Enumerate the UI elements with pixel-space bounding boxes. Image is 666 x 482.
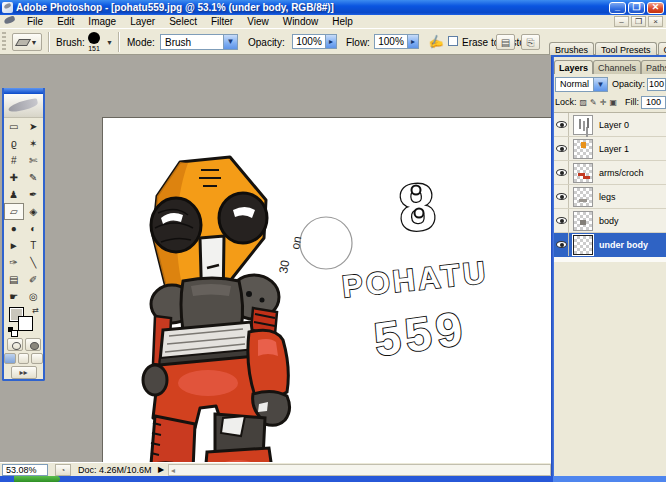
menu-layer[interactable]: Layer xyxy=(123,16,162,27)
crop-tool[interactable]: # xyxy=(4,152,24,169)
menu-edit[interactable]: Edit xyxy=(50,16,81,27)
file-browser-button[interactable]: ▤ xyxy=(496,34,515,50)
layer-name[interactable]: body xyxy=(599,216,619,226)
menu-select[interactable]: Select xyxy=(162,16,204,27)
airbrush-icon[interactable]: ✍ xyxy=(426,33,444,50)
layer-name[interactable]: under body xyxy=(599,240,648,250)
menu-image[interactable]: Image xyxy=(81,16,123,27)
blur-tool[interactable]: ● xyxy=(4,220,24,237)
taskbar-task-button[interactable] xyxy=(553,476,666,482)
document-icon[interactable] xyxy=(3,15,17,27)
standard-screen-button[interactable] xyxy=(4,353,16,364)
move-tool[interactable]: ➤ xyxy=(24,118,44,135)
brush-dropdown-arrow[interactable]: ▼ xyxy=(106,39,113,46)
lock-transparency-icon[interactable]: ▨ xyxy=(580,98,588,107)
pen-tool[interactable]: ✑ xyxy=(4,254,24,271)
lock-position-icon[interactable]: ✛ xyxy=(600,98,607,107)
quick-mask-mode-button[interactable] xyxy=(25,338,41,351)
lock-all-icon[interactable]: ▣ xyxy=(609,98,617,107)
menu-window[interactable]: Window xyxy=(276,16,326,27)
tab-paths[interactable]: Paths xyxy=(641,60,666,74)
layer-name[interactable]: legs xyxy=(599,192,616,202)
menu-view[interactable]: View xyxy=(240,16,276,27)
background-color-swatch[interactable] xyxy=(18,316,33,331)
tab-brushes[interactable]: Brushes xyxy=(549,42,594,56)
tab-layers[interactable]: Layers xyxy=(554,60,593,74)
layer-thumbnail[interactable] xyxy=(573,139,593,159)
path-selection-tool[interactable]: ► xyxy=(4,237,24,254)
title-bar[interactable]: Adobe Photoshop - [pohatu559.jpg @ 53.1%… xyxy=(0,0,666,15)
eraser-tool[interactable]: ▱ xyxy=(4,203,24,220)
tab-tool-presets[interactable]: Tool Presets xyxy=(595,42,657,56)
options-grip[interactable] xyxy=(2,32,6,52)
rectangular-marquee-tool[interactable]: ▭ xyxy=(4,118,24,135)
mode-select[interactable]: Brush ▼ xyxy=(160,34,238,50)
layer-name[interactable]: Layer 1 xyxy=(599,144,629,154)
tab-layer-comps[interactable]: Comps xyxy=(658,42,666,56)
type-tool[interactable]: T xyxy=(24,237,44,254)
horizontal-scrollbar[interactable]: ◂ xyxy=(168,464,551,476)
layer-row[interactable]: legs xyxy=(554,185,666,209)
layer-row-selected[interactable]: under body xyxy=(554,233,666,257)
layer-row[interactable]: Layer 1 xyxy=(554,137,666,161)
line-tool[interactable]: ╲ xyxy=(24,254,44,271)
menu-filter[interactable]: Filter xyxy=(204,16,240,27)
fill-input[interactable]: 100 xyxy=(641,96,666,109)
visibility-toggle[interactable] xyxy=(554,161,569,184)
layer-thumbnail[interactable] xyxy=(573,187,593,207)
fullscreen-button[interactable] xyxy=(31,353,43,364)
flow-spinner[interactable]: ▸ xyxy=(408,34,419,49)
eraser-tool-preset-button[interactable]: ▼ xyxy=(12,33,42,51)
brush-preview-button[interactable]: 151 xyxy=(88,32,100,52)
blend-mode-select[interactable]: Normal ▼ xyxy=(555,77,608,92)
menu-help[interactable]: Help xyxy=(325,16,360,27)
layer-thumbnail[interactable] xyxy=(573,115,593,135)
layer-row[interactable]: arms/croch xyxy=(554,161,666,185)
layer-row[interactable]: body xyxy=(554,209,666,233)
zoom-level-input[interactable]: 53.08% xyxy=(2,464,48,476)
layer-thumbnail[interactable] xyxy=(573,235,593,255)
status-menu-arrow[interactable]: ▶ xyxy=(158,465,164,474)
visibility-toggle[interactable] xyxy=(554,209,569,232)
menu-file[interactable]: File xyxy=(20,16,50,27)
doc-minimize-button[interactable]: – xyxy=(614,16,629,27)
default-colors-icon[interactable] xyxy=(8,327,17,335)
toggle-palettes-button[interactable]: ⎘ xyxy=(521,34,540,50)
opacity-input[interactable]: 100% xyxy=(292,34,326,49)
restore-button[interactable]: ❐ xyxy=(628,2,645,14)
visibility-toggle[interactable] xyxy=(554,113,569,136)
close-button[interactable]: ✕ xyxy=(647,2,664,14)
canvas[interactable]: 8 POHATU 559 on 30 xyxy=(102,117,551,482)
healing-brush-tool[interactable]: ✚ xyxy=(4,169,24,186)
tab-channels[interactable]: Channels xyxy=(593,60,641,74)
slice-tool[interactable]: ✄ xyxy=(24,152,44,169)
hand-tool[interactable]: ☛ xyxy=(4,288,24,305)
layer-name[interactable]: arms/croch xyxy=(599,168,644,178)
layer-thumbnail[interactable] xyxy=(573,163,593,183)
minimize-button[interactable]: _ xyxy=(609,2,626,14)
lock-image-icon[interactable]: ✎ xyxy=(590,98,597,107)
flow-input[interactable]: 100% xyxy=(374,34,408,49)
layer-row[interactable]: Layer 0 xyxy=(554,113,666,137)
layer-name[interactable]: Layer 0 xyxy=(599,120,629,130)
doc-restore-button[interactable]: ❒ xyxy=(631,16,646,27)
history-brush-tool[interactable]: ✒ xyxy=(24,186,44,203)
dodge-tool[interactable]: ◐ xyxy=(24,220,44,237)
notes-tool[interactable]: ▤ xyxy=(4,271,24,288)
visibility-toggle[interactable] xyxy=(554,233,569,256)
start-button[interactable] xyxy=(14,476,60,482)
doc-close-button[interactable]: × xyxy=(648,16,663,27)
layer-thumbnail[interactable] xyxy=(573,211,593,231)
jump-to-imageready-button[interactable]: ▸▸ xyxy=(11,366,37,379)
status-icon-button[interactable]: ◔ xyxy=(55,464,71,476)
swap-colors-icon[interactable]: ⇄ xyxy=(32,306,39,315)
zoom-tool[interactable]: ◎ xyxy=(24,288,44,305)
paint-bucket-tool[interactable]: ◈ xyxy=(24,203,44,220)
brush-tool[interactable]: ✎ xyxy=(24,169,44,186)
opacity-spinner[interactable]: ▸ xyxy=(326,34,337,49)
magic-wand-tool[interactable]: ✶ xyxy=(24,135,44,152)
clone-stamp-tool[interactable]: ♟ xyxy=(4,186,24,203)
visibility-toggle[interactable] xyxy=(554,137,569,160)
visibility-toggle[interactable] xyxy=(554,185,569,208)
erase-to-history-checkbox[interactable] xyxy=(448,36,458,46)
